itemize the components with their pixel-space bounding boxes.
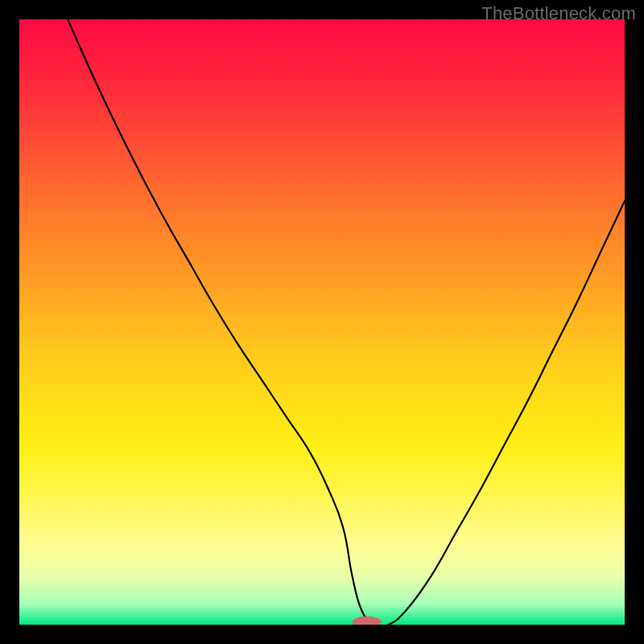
plot-area xyxy=(19,19,625,625)
watermark-label: TheBottleneck.com xyxy=(481,3,636,24)
gradient-background xyxy=(19,19,625,625)
chart-container: TheBottleneck.com xyxy=(0,0,644,644)
chart-svg xyxy=(19,19,625,625)
